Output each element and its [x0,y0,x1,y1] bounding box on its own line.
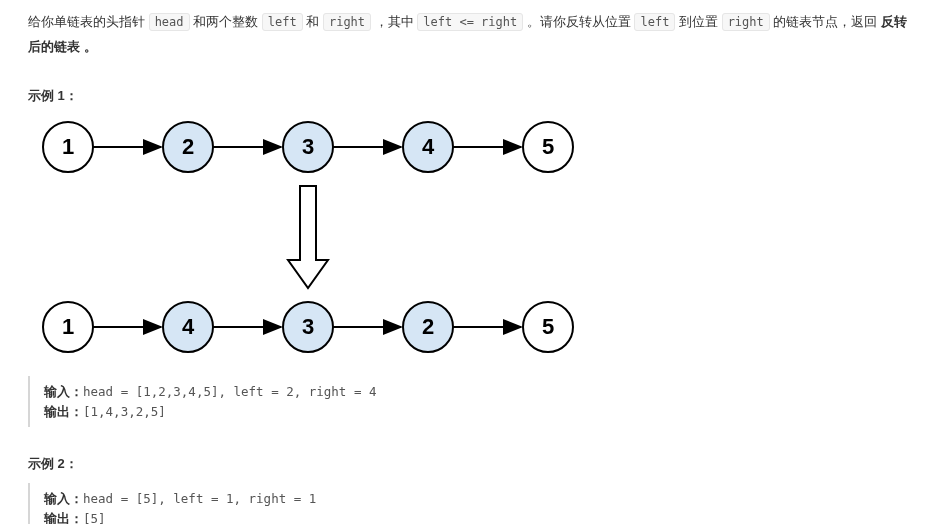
input-value: head = [5], left = 1, right = 1 [83,491,316,506]
list-node-label: 2 [422,314,434,339]
code-head: head [149,13,190,31]
code-left2: left [634,13,675,31]
example1-code: 输入：head = [1,2,3,4,5], left = 2, right =… [28,376,908,427]
example2-code: 输入：head = [5], left = 1, right = 1 输出：[5… [28,483,908,524]
problem-description: 给你单链表的头指针 head 和两个整数 left 和 right ，其中 le… [28,10,908,59]
example2-output-line: 输出：[5] [44,509,908,525]
desc-text: 和两个整数 [193,14,262,29]
input-label: 输入： [44,491,83,506]
list-node-label: 5 [542,314,554,339]
list-node-label: 3 [302,134,314,159]
transform-arrow-icon [288,186,328,288]
desc-text: ，其中 [375,14,418,29]
linked-list-diagram: 1234514325 [28,115,908,362]
desc-text: 。请你反转从位置 [527,14,635,29]
list-node-label: 2 [182,134,194,159]
diagram-svg: 1234514325 [28,115,588,359]
list-node-label: 1 [62,314,74,339]
code-cond: left <= right [417,13,523,31]
code-right2: right [722,13,770,31]
output-value: [1,4,3,2,5] [83,404,166,419]
example2-title: 示例 2： [28,455,908,473]
output-value: [5] [83,511,106,525]
input-value: head = [1,2,3,4,5], left = 2, right = 4 [83,384,377,399]
list-node-label: 1 [62,134,74,159]
desc-text: 给你单链表的头指针 [28,14,149,29]
example1-title: 示例 1： [28,87,908,105]
output-label: 输出： [44,404,83,419]
list-node-label: 5 [542,134,554,159]
example1-input-line: 输入：head = [1,2,3,4,5], left = 2, right =… [44,382,908,401]
code-right: right [323,13,371,31]
desc-text: 的链表节点，返回 [773,14,881,29]
output-label: 输出： [44,511,83,525]
input-label: 输入： [44,384,83,399]
list-node-label: 4 [182,314,195,339]
list-node-label: 3 [302,314,314,339]
example2-input-line: 输入：head = [5], left = 1, right = 1 [44,489,908,508]
desc-text: 和 [306,14,323,29]
desc-text: 到位置 [679,14,722,29]
list-node-label: 4 [422,134,435,159]
example1-output-line: 输出：[1,4,3,2,5] [44,402,908,421]
code-left: left [262,13,303,31]
